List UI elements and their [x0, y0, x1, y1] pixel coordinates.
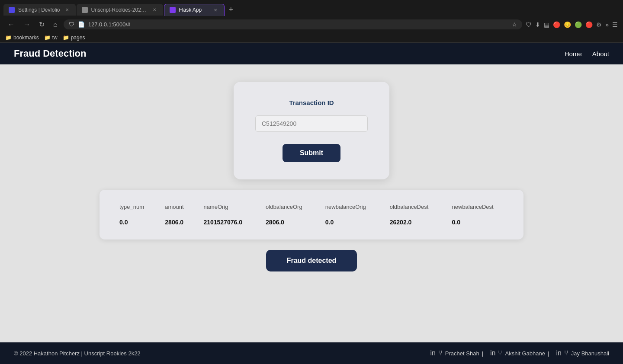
address-text[interactable]: 127.0.0.1:5000/# [88, 21, 509, 28]
transaction-id-label: Transaction ID [289, 99, 334, 106]
extension4-icon[interactable]: 🔴 [585, 21, 593, 28]
star-icon[interactable]: ☆ [512, 21, 517, 28]
tab-close-flask[interactable]: ✕ [212, 7, 219, 13]
col-type_num: type_num [112, 200, 158, 215]
folder-icon: 📁 [5, 35, 12, 41]
new-tab-button[interactable]: + [225, 3, 237, 16]
bookmark-pages[interactable]: 📁 pages [63, 35, 85, 41]
shield-nav-icon[interactable]: 🛡 [526, 21, 532, 28]
github-icon-2: ⑂ [498, 349, 502, 357]
col-newbalanceDest: newbalanceDest [445, 200, 511, 215]
col-newbalanceOrig: newbalanceOrig [318, 200, 383, 215]
bookmark-label: bookmarks [13, 35, 39, 41]
tab-favicon-devfolio [9, 7, 15, 13]
app-header: Fraud Detection Home About [0, 43, 623, 64]
bookmark-tw[interactable]: 📁 tw [44, 35, 58, 41]
tab-label-flask: Flask App [179, 7, 209, 13]
col-oldbalanceOrg: oldbalanceOrg [259, 200, 318, 215]
folder-icon-tw: 📁 [44, 35, 51, 41]
home-button[interactable]: ⌂ [51, 19, 60, 30]
footer-person-1: in ⑂ Prachet Shah | [430, 349, 483, 357]
fraud-result-badge: Fraud detected [266, 250, 357, 271]
tab-bar: Settings | Devfolio ✕ Unscript-Rookies-2… [0, 0, 623, 16]
tab-favicon-github [82, 7, 88, 13]
settings-icon[interactable]: ⚙ [596, 21, 602, 28]
tab-close-devfolio[interactable]: ✕ [64, 6, 71, 13]
app-footer: © 2022 Hakathon Pitcherz | Unscript Rook… [0, 342, 623, 364]
tab-label-github: Unscript-Rookies-2022/flask_a... [91, 7, 148, 13]
linkedin-icon-2: in [490, 349, 495, 357]
col-oldbalanceDest: oldbalanceDest [383, 200, 445, 215]
github-icon-3: ⑂ [564, 349, 568, 357]
cell-type_num: 0.0 [112, 215, 158, 229]
form-card: Transaction ID Submit [234, 82, 389, 179]
shield-icon: 🛡 [69, 21, 74, 28]
cell-amount: 2806.0 [158, 215, 196, 229]
person-name-1: Prachet Shah [445, 350, 479, 357]
submit-button[interactable]: Submit [283, 144, 340, 162]
tab-devfolio[interactable]: Settings | Devfolio ✕ [3, 4, 76, 16]
library-icon[interactable]: ▤ [544, 21, 549, 28]
extension2-icon[interactable]: 😊 [564, 21, 571, 28]
bookmark-bookmarks[interactable]: 📁 bookmarks [5, 35, 39, 41]
tab-favicon-flask [170, 7, 176, 13]
bookmark-tw-label: tw [52, 35, 58, 41]
linkedin-icon-3: in [556, 349, 561, 357]
person-name-2: Akshit Gabhane [505, 350, 545, 357]
bookmark-pages-label: pages [71, 35, 85, 41]
cell-oldbalanceOrg: 2806.0 [259, 215, 318, 229]
cell-nameOrig: 2101527076.0 [196, 215, 259, 229]
address-bar[interactable]: 🛡 📄 127.0.0.1:5000/# ☆ [64, 19, 523, 29]
nav-home[interactable]: Home [565, 50, 582, 57]
nav-bar: ← → ↻ ⌂ 🛡 📄 127.0.0.1:5000/# ☆ 🛡 ⬇ ▤ 🔴 😊… [0, 16, 623, 33]
more-icon[interactable]: » [605, 21, 609, 28]
extension1-icon[interactable]: 🔴 [553, 21, 560, 28]
tab-label-devfolio: Settings | Devfolio [18, 7, 60, 13]
table-header-row: type_num amount nameOrig oldbalanceOrg n… [112, 200, 511, 215]
back-button[interactable]: ← [5, 19, 17, 30]
extension3-icon[interactable]: 🟢 [575, 21, 582, 28]
tab-github[interactable]: Unscript-Rookies-2022/flask_a... ✕ [77, 4, 163, 16]
table-row: 0.0 2806.0 2101527076.0 2806.0 0.0 26202… [112, 215, 511, 229]
bookmarks-bar: 📁 bookmarks 📁 tw 📁 pages [0, 33, 623, 43]
cell-oldbalanceDest: 26202.0 [383, 215, 445, 229]
tab-flask[interactable]: Flask App ✕ [164, 4, 225, 16]
forward-button[interactable]: → [21, 19, 33, 30]
cell-newbalanceOrig: 0.0 [318, 215, 383, 229]
footer-person-2: in ⑂ Akshit Gabhane | [490, 349, 549, 357]
github-icon-1: ⑂ [438, 349, 443, 357]
transaction-id-input[interactable] [255, 115, 368, 132]
tab-close-github[interactable]: ✕ [151, 6, 158, 13]
person-name-3: Jay Bhanushali [571, 350, 609, 357]
col-nameOrig: nameOrig [196, 200, 259, 215]
menu-icon[interactable]: ☰ [612, 21, 618, 28]
reload-button[interactable]: ↻ [36, 19, 47, 30]
nav-icons: 🛡 ⬇ ▤ 🔴 😊 🟢 🔴 ⚙ » ☰ [526, 21, 618, 28]
footer-team: in ⑂ Prachet Shah | in ⑂ Akshit Gabhane … [430, 349, 609, 357]
download-icon[interactable]: ⬇ [535, 21, 540, 28]
main-content: Transaction ID Submit type_num amount na… [0, 64, 623, 342]
nav-about[interactable]: About [592, 50, 609, 57]
results-table-container: type_num amount nameOrig oldbalanceOrg n… [100, 190, 523, 239]
app-title: Fraud Detection [14, 48, 86, 59]
cell-newbalanceDest: 0.0 [445, 215, 511, 229]
copyright-text: © 2022 Hakathon Pitcherz | Unscript Rook… [14, 350, 141, 357]
linkedin-icon-1: in [430, 349, 435, 357]
browser-chrome: Settings | Devfolio ✕ Unscript-Rookies-2… [0, 0, 623, 43]
results-table: type_num amount nameOrig oldbalanceOrg n… [112, 200, 511, 229]
lock-icon: 📄 [78, 21, 85, 28]
col-amount: amount [158, 200, 196, 215]
folder-icon-pages: 📁 [63, 35, 69, 41]
app-nav: Home About [565, 50, 609, 57]
footer-person-3: in ⑂ Jay Bhanushali [556, 349, 609, 357]
